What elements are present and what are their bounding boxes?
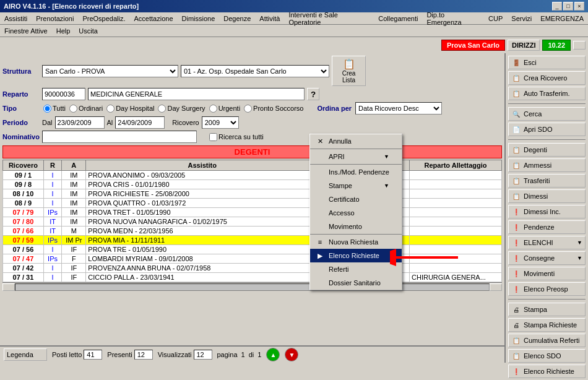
menu-emergenza[interactable]: EMERGENZA [538,14,586,23]
radio-tutti[interactable]: Tutti [43,105,66,113]
cumulativa-referti-btn[interactable]: 📋 Cumulativa Referti [508,334,586,347]
menu-dimissione[interactable]: Dimissione [180,14,217,23]
dimessi-btn[interactable]: 📋 Dimessi [508,189,586,203]
elenco-richieste-right-btn[interactable]: ❗ Elenco Richieste [508,365,586,378]
legenda-btn[interactable]: Legenda [4,348,47,361]
dal-label: Dal [42,119,53,126]
radio-urgenti[interactable]: Urgenti [209,105,240,113]
reparto-code-input[interactable] [42,88,85,100]
table-row[interactable]: 09 / 1 I IM PROVA ANONIMO - 09/03/2005 [3,171,502,180]
prev-page-btn[interactable]: ▲ [266,348,280,361]
ammessi-btn[interactable]: 📋 Ammessi [508,158,586,172]
prova-san-carlo-btn[interactable]: Prova San Carlo [441,40,505,51]
ordina-per-select[interactable]: Data Ricovero Desc [355,102,442,114]
stampa-richieste-icon: 🖨 [511,321,521,329]
dirizzi-btn[interactable]: DIRIZZI [508,40,540,51]
ctx-sep-1 [310,149,402,149]
menu-servizi[interactable]: Servizi [509,14,534,23]
table-row[interactable]: 07 / 66 IT M PROVA MEDN - 22/03/1956 [3,227,502,236]
radio-ordinari[interactable]: Ordinari [69,105,103,113]
next-page-btn[interactable]: ▼ [285,348,298,361]
menu-assistiti[interactable]: Assistiti [2,14,29,23]
struttura-select-1[interactable]: San Carlo - PROVA [42,65,178,77]
sep-1 [508,103,586,104]
cell-ricovero: 07 / 59 [3,236,44,245]
menu-degenze[interactable]: Degenze [222,14,253,23]
ctx-dossier[interactable]: Dossier Sanitario [310,276,402,290]
ctx-apri[interactable]: APRI ▼ [310,150,402,163]
table-row[interactable]: 07 / 31 I IF CICCIO PALLA - 23/03/1941 0… [3,273,502,282]
cerca-btn[interactable]: 🔍 Cerca [508,107,586,121]
menu-interventi[interactable]: Interventi e Sale Operatorie [287,11,371,27]
esci-btn[interactable]: 🚪 Esci [508,56,586,69]
ctx-certificato[interactable]: Certificato [310,192,402,206]
apri-icon [315,152,325,162]
cell-a: IM [62,199,86,208]
menu-accettazione[interactable]: Accettazione [132,14,175,23]
cell-assistito: PROVA MIA - 11/11/1911 [86,236,319,245]
ricovero-select[interactable]: 2009 [202,116,239,129]
struttura-select-2[interactable]: 01 - Az. Osp. Ospedale San Carlo [181,65,329,77]
menu-collegamenti[interactable]: Collegamenti [376,14,420,23]
ctx-movimento[interactable]: Movimento [310,220,402,233]
ricerca-su-tutti-checkbox[interactable] [209,133,217,141]
nominativo-input[interactable] [42,131,197,143]
consegne-btn[interactable]: ❗ Consegne ▼ [508,251,586,265]
radio-day-surgery[interactable]: Day Surgery [158,105,205,113]
dimessi-inc-btn[interactable]: ❗ Dimessi Inc. [508,205,586,218]
pendenze-btn[interactable]: ❗ Pendenze [508,220,586,234]
trasferiti-btn[interactable]: 📋 Trasferiti [508,174,586,188]
elenchi-btn[interactable]: ❗ ELENCHI ▼ [508,236,586,249]
table-row[interactable]: 08 / 9 I IM PROVA QUATTRO - 01/03/1972 [3,199,502,208]
menu-attivita[interactable]: Attività [257,14,282,23]
ctx-annulla[interactable]: ✕ Annulla [310,134,402,148]
ctx-referti[interactable]: Referti [310,262,402,276]
ctx-elenco-richieste[interactable]: ▶ Elenco Richieste [310,249,402,262]
ctx-ins-mod[interactable]: Ins./Mod. Pendenze [310,165,402,179]
nominativo-row: Nominativo Ricerca su tutti [2,131,502,143]
menu-help[interactable]: Help [54,27,72,35]
ctx-stampe[interactable]: Stampe ▼ [310,179,402,192]
stampa-btn[interactable]: 🖨 Stampa [508,303,586,316]
menu-dip-emergenza[interactable]: Dip.to Emergenza [425,11,482,27]
ctx-nuova-richiesta[interactable]: ≡ Nuova Richiesta [310,235,402,249]
ctx-accesso[interactable]: Accesso [310,206,402,220]
table-row[interactable]: 08 / 10 I IM PROVA RICHIESTE - 25/08/200… [3,189,502,199]
dal-input[interactable] [55,116,105,129]
pagina-value: 1 [241,351,245,358]
auto-trasferim-btn[interactable]: 📋 Auto Trasferim. [508,87,586,100]
crea-ricovero-btn[interactable]: 📋 Crea Ricovero [508,71,586,85]
elenco-sdo-btn[interactable]: 📋 Elenco SDO [508,349,586,363]
ricerca-su-tutti-label[interactable]: Ricerca su tutti [209,133,264,141]
apri-sdo-btn[interactable]: 📄 Apri SDO [508,123,586,136]
radio-pronto-soccorso[interactable]: Pronto Soccorso [244,105,303,113]
menu-uscita[interactable]: Uscita [77,27,100,35]
stampa-richieste-btn[interactable]: 🖨 Stampa Richieste [508,318,586,332]
table-row[interactable]: 07 / 80 IT IM PROVA NUOVA NANAGRAFICA - … [3,217,502,227]
crea-ricovero-icon: 📋 [511,74,521,82]
al-input[interactable] [115,116,165,129]
table-row[interactable]: 07 / 79 IPs IM PROVA TRET - 01/05/1990 [3,208,502,217]
table-row[interactable]: 07 / 59 IPs IM Pr PROVA MIA - 11/11/1911 [3,236,502,245]
al-label: Al [107,119,113,126]
menu-prenotazioni[interactable]: Prenotazioni [34,14,76,23]
col-header-ricovero: Ricovero [3,160,44,171]
menu-preospedaliz[interactable]: PreOspedaliz. [80,14,127,23]
cell-a: F [62,254,86,264]
table-row[interactable]: 09 / 8 I IM PROVA CRIS - 01/01/1980 [3,180,502,189]
reparto-name-input[interactable] [88,88,305,100]
radio-day-hospital[interactable]: Day Hospital [106,105,154,113]
crea-lista-btn[interactable]: 📋 Crea Lista [332,56,366,86]
minimize-btn[interactable]: _ [552,2,562,11]
maximize-btn[interactable]: □ [563,2,573,11]
degenti-btn[interactable]: 📋 Degenti [508,143,586,157]
horizontal-scrollbar[interactable] [2,282,502,291]
cell-a: IM [62,180,86,189]
menu-finestre-attive[interactable]: Finestre Attive [2,27,50,35]
consegne-arrow: ▼ [577,255,582,261]
close-btn[interactable]: × [574,2,584,11]
menu-cup[interactable]: CUP [486,14,504,23]
elenco-preosp-btn[interactable]: ❗ Elenco Preosp [508,282,586,296]
reparto-help-btn[interactable]: ? [307,88,319,100]
movimenti-btn[interactable]: ❗ Movimenti [508,267,586,280]
